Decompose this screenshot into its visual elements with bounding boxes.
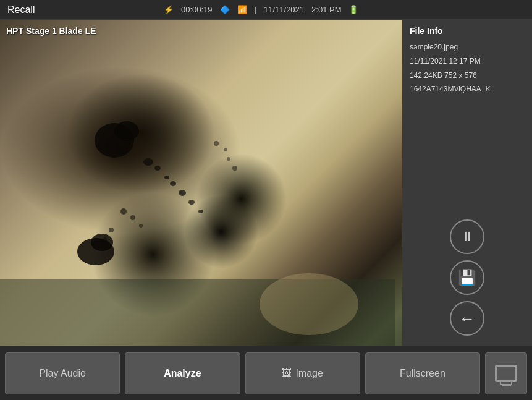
app-name: Recall: [7, 4, 35, 15]
svg-point-19: [232, 166, 237, 171]
timer: 00:00:19: [181, 5, 213, 14]
svg-point-4: [164, 176, 169, 179]
main-area: HPT Stage 1 Blade LE File Info sample20.…: [0, 20, 532, 346]
file-info-hash: 1642A7143MViQHAA_K: [410, 84, 525, 95]
wifi-icon: 📶: [237, 5, 247, 14]
save-icon: 💾: [458, 269, 476, 286]
svg-point-5: [170, 181, 176, 186]
svg-point-6: [179, 190, 186, 196]
save-button[interactable]: 💾: [450, 260, 484, 295]
svg-point-2: [143, 158, 153, 166]
svg-rect-20: [0, 279, 395, 346]
image-button[interactable]: 🖼 Image: [245, 352, 360, 394]
damage-overlay: [0, 20, 402, 346]
right-panel: File Info sample20.jpeg 11/11/2021 12:17…: [402, 20, 532, 346]
control-buttons: ⏸ 💾 ←: [402, 210, 532, 346]
play-audio-label: Play Audio: [39, 368, 86, 379]
svg-point-10: [91, 234, 113, 251]
svg-point-21: [260, 273, 358, 335]
svg-point-16: [214, 141, 219, 146]
activity-icon: ⚡: [164, 5, 174, 14]
image-label: Image: [295, 368, 323, 379]
titlebar-center: ⚡ 00:00:19 🔷 📶 | 11/11/2021 2:01 PM 🔋: [164, 5, 359, 14]
play-audio-button[interactable]: Play Audio: [5, 352, 120, 394]
svg-point-18: [227, 157, 230, 161]
svg-point-14: [109, 228, 114, 232]
svg-point-3: [154, 166, 161, 171]
analyze-label: Analyze: [164, 368, 201, 379]
file-info-title: File Info: [410, 26, 525, 36]
bottom-toolbar: Play Audio Analyze 🖼 Image Fullscreen: [0, 346, 532, 400]
pause-icon: ⏸: [460, 229, 474, 245]
file-info-datetime: 11/11/2021 12:17 PM: [410, 56, 525, 67]
pause-button[interactable]: ⏸: [450, 219, 484, 254]
svg-point-1: [114, 121, 139, 141]
blade-image: [0, 20, 402, 346]
fullscreen-button[interactable]: Fullscreen: [365, 352, 480, 394]
svg-point-17: [224, 148, 227, 151]
svg-point-12: [130, 215, 135, 220]
file-info-section: File Info sample20.jpeg 11/11/2021 12:17…: [402, 20, 532, 210]
back-button[interactable]: ←: [450, 301, 484, 336]
svg-point-11: [120, 208, 127, 215]
monitor-button[interactable]: [485, 352, 527, 394]
back-icon: ←: [459, 309, 475, 328]
image-icon: 🖼: [282, 368, 292, 379]
svg-point-9: [77, 238, 114, 265]
battery-icon: 🔋: [348, 5, 358, 14]
file-info-name: sample20.jpeg: [410, 42, 525, 53]
video-panel: HPT Stage 1 Blade LE: [0, 20, 402, 346]
file-info-size: 142.24KB 752 x 576: [410, 70, 525, 81]
svg-point-8: [198, 210, 203, 213]
monitor-icon: [495, 365, 517, 382]
analyze-button[interactable]: Analyze: [125, 352, 240, 394]
bluetooth-icon: 🔷: [220, 5, 230, 14]
svg-point-15: [103, 237, 107, 241]
time: 2:01 PM: [311, 5, 341, 14]
svg-point-7: [188, 200, 195, 205]
date: 11/11/2021: [264, 5, 304, 14]
fullscreen-label: Fullscreen: [400, 368, 445, 379]
svg-point-0: [95, 123, 134, 158]
video-label: HPT Stage 1 Blade LE: [6, 26, 96, 36]
titlebar: Recall ⚡ 00:00:19 🔷 📶 | 11/11/2021 2:01 …: [0, 0, 532, 20]
svg-point-13: [139, 224, 143, 228]
